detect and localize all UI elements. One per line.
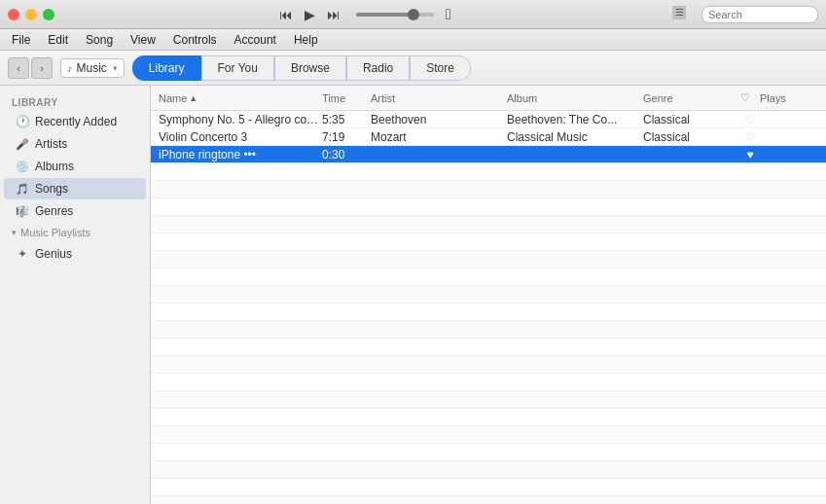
- empty-row: [151, 269, 826, 286]
- artists-icon: 🎤: [16, 138, 29, 151]
- tab-for-you[interactable]: For You: [201, 55, 274, 81]
- menu-account[interactable]: Account: [227, 31, 284, 49]
- sidebar-item-recently-added[interactable]: 🕐 Recently Added: [4, 111, 146, 132]
- cell-name: Violin Concerto 3: [159, 130, 322, 144]
- genres-icon: 🎼: [16, 205, 29, 218]
- sidebar-label-recently-added: Recently Added: [35, 115, 117, 128]
- main-layout: Library 🕐 Recently Added 🎤 Artists 💿 Alb…: [0, 86, 826, 504]
- menu-file[interactable]: File: [4, 31, 38, 49]
- sidebar-item-genres[interactable]: 🎼 Genres: [4, 200, 146, 222]
- col-header-artist[interactable]: Artist: [371, 92, 487, 104]
- close-button[interactable]: [8, 9, 19, 20]
- sort-arrow-icon: ▲: [189, 93, 198, 103]
- table-row[interactable]: Violin Concerto 3 7:19 Mozart Classical …: [151, 128, 826, 146]
- sidebar-label-genius: Genius: [35, 247, 72, 261]
- playlists-label: Music Playlists: [20, 227, 90, 238]
- menu-help[interactable]: Help: [286, 31, 326, 49]
- window-action-buttons[interactable]: ☰: [672, 6, 818, 23]
- cell-genre: Classical: [643, 130, 740, 144]
- empty-row: [151, 198, 826, 216]
- menu-edit[interactable]: Edit: [40, 31, 76, 49]
- maximize-button[interactable]: [43, 9, 54, 20]
- songs-icon: 🎵: [16, 183, 29, 196]
- clock-icon: 🕐: [16, 115, 29, 128]
- empty-row: [151, 339, 826, 356]
- content-area: Name ▲ Time Artist Album Genre ♡ Plays: [151, 86, 826, 504]
- cell-album: Beethoven: The Co...: [507, 113, 643, 126]
- empty-rows: [151, 163, 826, 504]
- sidebar-item-songs[interactable]: 🎵 Songs: [4, 178, 146, 199]
- forward-button-nav[interactable]: ›: [31, 57, 53, 79]
- empty-row: [151, 356, 826, 374]
- table-row[interactable]: iPhone ringtone ••• 0:30 ♥: [151, 146, 826, 163]
- col-header-time[interactable]: Time: [322, 92, 371, 104]
- forward-button[interactable]: ⏭: [323, 5, 344, 24]
- cell-artist: Mozart: [371, 130, 487, 144]
- cell-heart[interactable]: ♡: [740, 113, 760, 126]
- empty-row: [151, 479, 826, 496]
- empty-row: [151, 374, 826, 391]
- apple-logo: : [446, 6, 451, 23]
- empty-row: [151, 286, 826, 304]
- sidebar-item-albums[interactable]: 💿 Albums: [4, 156, 146, 177]
- progress-track[interactable]: [356, 13, 434, 17]
- tab-browse[interactable]: Browse: [274, 55, 346, 81]
- menu-song[interactable]: Song: [78, 31, 121, 49]
- sidebar-item-artists[interactable]: 🎤 Artists: [4, 133, 146, 155]
- play-button[interactable]: ▶: [301, 5, 319, 24]
- table-row[interactable]: Symphony No. 5 - Allegro con brio 5:35 B…: [151, 111, 826, 128]
- col-header-genre[interactable]: Genre: [643, 92, 740, 104]
- music-playlists-section[interactable]: ▾ Music Playlists: [0, 223, 150, 242]
- empty-row: [151, 304, 826, 321]
- selector-chevron-icon: ▾: [113, 63, 118, 73]
- empty-row: [151, 251, 826, 269]
- menu-controls[interactable]: Controls: [165, 31, 225, 49]
- empty-row: [151, 321, 826, 339]
- menu-view[interactable]: View: [123, 31, 163, 49]
- col-header-album[interactable]: Album: [507, 92, 643, 104]
- empty-row: [151, 461, 826, 479]
- list-view-button[interactable]: ☰: [672, 6, 686, 19]
- empty-row: [151, 444, 826, 461]
- cell-heart[interactable]: ♡: [740, 130, 760, 144]
- table-body: Symphony No. 5 - Allegro con brio 5:35 B…: [151, 111, 826, 504]
- progress-bar[interactable]: [356, 13, 434, 17]
- cell-album: Classical Music: [507, 130, 643, 144]
- progress-fill: [356, 13, 410, 17]
- empty-row: [151, 426, 826, 444]
- col-header-plays[interactable]: Plays: [760, 92, 818, 104]
- nav-arrows[interactable]: ‹ ›: [8, 57, 53, 79]
- sidebar-label-albums: Albums: [35, 160, 74, 173]
- tab-store[interactable]: Store: [410, 55, 471, 81]
- global-search-input[interactable]: [701, 6, 818, 23]
- sidebar-item-genius[interactable]: ✦ Genius: [4, 243, 146, 265]
- music-selector[interactable]: ♪ Music ▾: [60, 58, 125, 78]
- playback-controls: ⏮ ▶ ⏭: [275, 5, 344, 24]
- title-bar: ⏮ ▶ ⏭  ☰: [0, 0, 826, 29]
- nav-bar: ‹ › ♪ Music ▾ Library For You Browse Rad…: [0, 51, 826, 86]
- cell-genre: Classical: [643, 113, 740, 126]
- back-button[interactable]: ‹: [8, 57, 29, 79]
- empty-row: [151, 181, 826, 198]
- minimize-button[interactable]: [25, 9, 37, 20]
- tab-radio[interactable]: Radio: [346, 55, 410, 81]
- window-controls[interactable]: [8, 9, 54, 20]
- cell-name: Symphony No. 5 - Allegro con brio: [159, 113, 322, 126]
- cell-time: 0:30: [322, 148, 371, 162]
- library-section-title: Library: [0, 93, 150, 110]
- tab-library[interactable]: Library: [132, 55, 201, 81]
- cell-time: 5:35: [322, 113, 371, 126]
- title-bar-center: ⏮ ▶ ⏭ : [275, 5, 451, 24]
- cell-name: iPhone ringtone •••: [159, 148, 322, 162]
- playlists-chevron-icon: ▾: [12, 228, 17, 237]
- music-note-icon: ♪: [67, 62, 73, 74]
- empty-row: [151, 391, 826, 409]
- albums-icon: 💿: [16, 161, 29, 173]
- music-selector-label: Music: [77, 61, 107, 75]
- col-header-name[interactable]: Name ▲: [159, 92, 322, 104]
- cell-heart[interactable]: ♥: [740, 148, 760, 162]
- col-header-heart: ♡: [740, 91, 760, 104]
- sidebar: Library 🕐 Recently Added 🎤 Artists 💿 Alb…: [0, 86, 151, 504]
- sidebar-label-artists: Artists: [35, 137, 67, 151]
- rewind-button[interactable]: ⏮: [275, 5, 297, 24]
